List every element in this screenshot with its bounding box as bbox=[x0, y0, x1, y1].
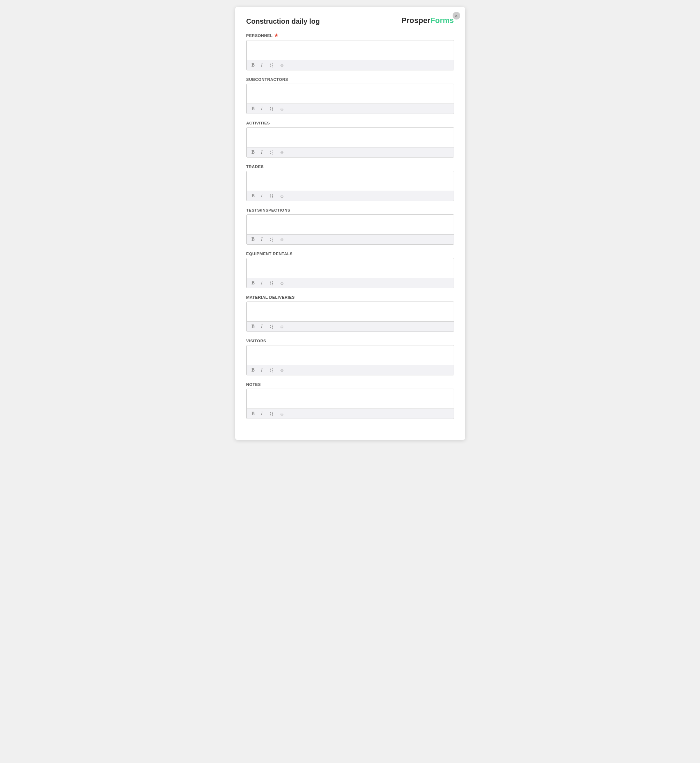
link-button-personnel[interactable]: ⛓ bbox=[267, 63, 275, 68]
italic-button-personnel[interactable]: I bbox=[259, 62, 264, 68]
italic-button-subcontractors[interactable]: I bbox=[259, 106, 264, 112]
close-button[interactable]: × bbox=[453, 12, 460, 20]
link-button-tests-inspections[interactable]: ⛓ bbox=[267, 237, 275, 242]
textarea-tests-inspections[interactable] bbox=[247, 215, 454, 233]
italic-button-visitors[interactable]: I bbox=[259, 367, 264, 373]
field-label-personnel: PERSONNEL★ bbox=[246, 33, 454, 38]
rich-editor-activities: BI⛓☺ bbox=[246, 127, 454, 158]
italic-button-trades[interactable]: I bbox=[259, 193, 264, 199]
required-indicator: ★ bbox=[274, 33, 279, 38]
toolbar-personnel: BI⛓☺ bbox=[247, 60, 454, 70]
field-section-equipment-rentals: EQUIPMENT RENTALSBI⛓☺ bbox=[246, 252, 454, 288]
bold-button-visitors[interactable]: B bbox=[250, 367, 256, 373]
emoji-button-subcontractors[interactable]: ☺ bbox=[278, 106, 286, 112]
field-label-visitors: VISITORS bbox=[246, 339, 454, 343]
toolbar-subcontractors: BI⛓☺ bbox=[247, 103, 454, 114]
textarea-activities[interactable] bbox=[247, 128, 454, 146]
field-section-notes: NOTESBI⛓☺ bbox=[246, 382, 454, 419]
bold-button-material-deliveries[interactable]: B bbox=[250, 324, 256, 330]
brand-logo: ProsperForms bbox=[402, 17, 454, 24]
field-label-material-deliveries: MATERIAL DELIVERIES bbox=[246, 295, 454, 299]
field-label-subcontractors: SUBCONTRACTORS bbox=[246, 77, 454, 81]
field-section-material-deliveries: MATERIAL DELIVERIESBI⛓☺ bbox=[246, 295, 454, 332]
toolbar-trades: BI⛓☺ bbox=[247, 191, 454, 201]
italic-button-tests-inspections[interactable]: I bbox=[259, 236, 264, 242]
italic-button-notes[interactable]: I bbox=[259, 411, 264, 417]
emoji-button-notes[interactable]: ☺ bbox=[278, 411, 286, 417]
link-button-visitors[interactable]: ⛓ bbox=[267, 367, 275, 373]
emoji-button-activities[interactable]: ☺ bbox=[278, 150, 286, 155]
field-label-tests-inspections: TESTS/INSPECTIONS bbox=[246, 208, 454, 212]
toolbar-activities: BI⛓☺ bbox=[247, 147, 454, 157]
bold-button-tests-inspections[interactable]: B bbox=[250, 236, 256, 242]
form-header: Construction daily log ProsperForms bbox=[246, 17, 454, 26]
field-label-activities: ACTIVITIES bbox=[246, 121, 454, 125]
textarea-trades[interactable] bbox=[247, 171, 454, 189]
rich-editor-subcontractors: BI⛓☺ bbox=[246, 84, 454, 114]
textarea-equipment-rentals[interactable] bbox=[247, 258, 454, 277]
field-section-activities: ACTIVITIESBI⛓☺ bbox=[246, 121, 454, 158]
bold-button-notes[interactable]: B bbox=[250, 411, 256, 417]
link-button-trades[interactable]: ⛓ bbox=[267, 193, 275, 199]
toolbar-equipment-rentals: BI⛓☺ bbox=[247, 278, 454, 288]
toolbar-visitors: BI⛓☺ bbox=[247, 365, 454, 375]
bold-button-equipment-rentals[interactable]: B bbox=[250, 280, 256, 286]
textarea-personnel[interactable] bbox=[247, 41, 454, 59]
toolbar-tests-inspections: BI⛓☺ bbox=[247, 234, 454, 244]
field-label-notes: NOTES bbox=[246, 382, 454, 386]
emoji-button-material-deliveries[interactable]: ☺ bbox=[278, 324, 286, 330]
fields-container: PERSONNEL★BI⛓☺SUBCONTRACTORSBI⛓☺ACTIVITI… bbox=[246, 33, 454, 419]
link-button-subcontractors[interactable]: ⛓ bbox=[267, 106, 275, 112]
field-label-trades: TRADES bbox=[246, 164, 454, 169]
form-title: Construction daily log bbox=[246, 17, 320, 26]
link-button-notes[interactable]: ⛓ bbox=[267, 411, 275, 417]
field-section-trades: TRADESBI⛓☺ bbox=[246, 164, 454, 201]
textarea-visitors[interactable] bbox=[247, 346, 454, 364]
textarea-notes[interactable] bbox=[247, 389, 454, 407]
field-section-tests-inspections: TESTS/INSPECTIONSBI⛓☺ bbox=[246, 208, 454, 245]
link-button-equipment-rentals[interactable]: ⛓ bbox=[267, 280, 275, 286]
field-label-equipment-rentals: EQUIPMENT RENTALS bbox=[246, 252, 454, 256]
link-button-material-deliveries[interactable]: ⛓ bbox=[267, 324, 275, 330]
brand-forms: Forms bbox=[430, 17, 454, 24]
brand-prosper: Prosper bbox=[402, 17, 430, 24]
emoji-button-visitors[interactable]: ☺ bbox=[278, 367, 286, 373]
italic-button-material-deliveries[interactable]: I bbox=[259, 324, 264, 330]
bold-button-activities[interactable]: B bbox=[250, 149, 256, 155]
toolbar-material-deliveries: BI⛓☺ bbox=[247, 321, 454, 331]
emoji-button-tests-inspections[interactable]: ☺ bbox=[278, 237, 286, 242]
italic-button-equipment-rentals[interactable]: I bbox=[259, 280, 264, 286]
bold-button-personnel[interactable]: B bbox=[250, 62, 256, 68]
bold-button-trades[interactable]: B bbox=[250, 193, 256, 199]
form-container: Construction daily log ProsperForms × PE… bbox=[235, 7, 465, 440]
rich-editor-personnel: BI⛓☺ bbox=[246, 40, 454, 70]
emoji-button-equipment-rentals[interactable]: ☺ bbox=[278, 280, 286, 286]
textarea-subcontractors[interactable] bbox=[247, 84, 454, 102]
rich-editor-equipment-rentals: BI⛓☺ bbox=[246, 258, 454, 288]
field-section-personnel: PERSONNEL★BI⛓☺ bbox=[246, 33, 454, 70]
emoji-button-trades[interactable]: ☺ bbox=[278, 193, 286, 199]
bold-button-subcontractors[interactable]: B bbox=[250, 106, 256, 112]
link-button-activities[interactable]: ⛓ bbox=[267, 150, 275, 155]
emoji-button-personnel[interactable]: ☺ bbox=[278, 63, 286, 68]
italic-button-activities[interactable]: I bbox=[259, 149, 264, 155]
toolbar-notes: BI⛓☺ bbox=[247, 408, 454, 419]
rich-editor-tests-inspections: BI⛓☺ bbox=[246, 214, 454, 245]
rich-editor-trades: BI⛓☺ bbox=[246, 171, 454, 201]
field-section-visitors: VISITORSBI⛓☺ bbox=[246, 339, 454, 375]
rich-editor-notes: BI⛓☺ bbox=[246, 389, 454, 419]
textarea-material-deliveries[interactable] bbox=[247, 302, 454, 320]
rich-editor-material-deliveries: BI⛓☺ bbox=[246, 302, 454, 332]
rich-editor-visitors: BI⛓☺ bbox=[246, 345, 454, 375]
field-section-subcontractors: SUBCONTRACTORSBI⛓☺ bbox=[246, 77, 454, 114]
